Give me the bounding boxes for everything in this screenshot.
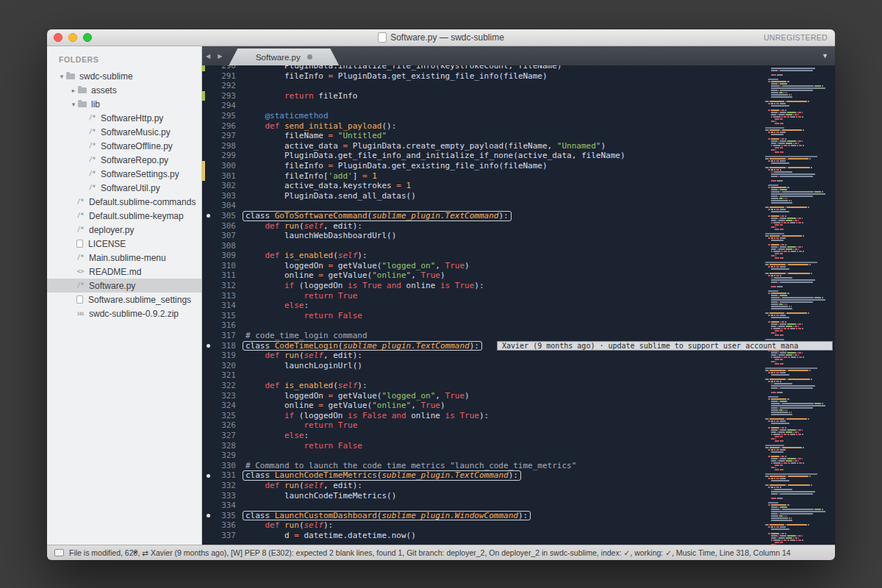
code-line-309[interactable]: 309 def is_enabled(self): <box>202 251 762 261</box>
code-line-308[interactable]: 308 <box>202 241 762 251</box>
sidebar-item-software-py[interactable]: /*Software.py <box>47 279 201 293</box>
code-line-334[interactable]: 334 <box>202 501 762 511</box>
code-line-317[interactable]: 317# code_time_login command <box>202 331 762 341</box>
tab-modified-dot[interactable] <box>307 54 312 60</box>
code-line-293[interactable]: 293 return fileInfo <box>202 91 762 101</box>
close-button[interactable] <box>54 33 62 42</box>
tab-software-py[interactable]: Software.py <box>229 49 339 65</box>
gutter-dot <box>205 291 212 301</box>
gutter-dot <box>205 270 212 281</box>
line-number: 329 <box>212 451 236 461</box>
tab-forward-button[interactable]: ▶ <box>214 53 226 60</box>
code-line-291[interactable]: 291 fileInfo = PluginData.get_existing_f… <box>202 71 762 82</box>
sidebar-item-default-sublime-keymap[interactable]: /*Default.sublime-keymap <box>47 209 201 223</box>
code-text: return False <box>245 441 362 451</box>
sidebar-item-softwarehttp-py[interactable]: /*SoftwareHttp.py <box>47 111 201 125</box>
code-line-324[interactable]: 324 online = getValue("online", True) <box>202 401 762 411</box>
code-line-302[interactable]: 302 active_data.keystrokes = 1 <box>202 181 762 191</box>
code-line-295[interactable]: 295 @staticmethod <box>202 111 762 121</box>
code-line-306[interactable]: 306 def run(self, edit): <box>202 221 762 232</box>
code-line-292[interactable]: 292 <box>202 81 762 91</box>
minimize-button[interactable] <box>68 33 77 42</box>
code-text: return True <box>245 420 357 431</box>
code-line-299[interactable]: 299 PluginData.get_file_info_and_initial… <box>202 151 762 161</box>
code-line-329[interactable]: 329 <box>202 451 762 461</box>
code-line-331[interactable]: 331class LaunchCodeTimeMetrics(sublime_p… <box>202 470 762 481</box>
code-line-333[interactable]: 333 launchCodeTimeMetrics() <box>202 491 762 501</box>
sidebar-item-swdc-sublime[interactable]: ▾swdc-sublime <box>47 69 201 83</box>
sidebar-item-softwareutil-py[interactable]: /*SoftwareUtil.py <box>47 181 201 195</box>
sidebar-item-softwaresettings-py[interactable]: /*SoftwareSettings.py <box>47 167 201 181</box>
sidebar-item-license[interactable]: LICENSE <box>47 237 201 251</box>
code-line-296[interactable]: 296 def send_initial_payload(): <box>202 121 762 132</box>
code-line-290[interactable]: 290 PluginData.initialize_file_info(keys… <box>202 65 762 71</box>
tab-overflow-button[interactable]: ▼ <box>822 46 828 65</box>
code-line-304[interactable]: 304 <box>202 201 762 211</box>
code-text: loggedOn = getValue("logged_on", True) <box>245 391 470 401</box>
code-line-301[interactable]: 301 fileInfo['add'] = 1 <box>202 171 762 182</box>
code-line-312[interactable]: 312 if (loggedOn is True and online is T… <box>202 281 762 291</box>
code-line-330[interactable]: 330# Command to launch the code time met… <box>202 461 762 471</box>
code-line-336[interactable]: 336 def run(self): <box>202 520 762 531</box>
sidebar-item-assets[interactable]: ▸assets <box>47 83 201 97</box>
sidebar-item-softwarerepo-py[interactable]: /*SoftwareRepo.py <box>47 153 201 167</box>
code-line-335[interactable]: 335class LaunchCustomDashboard(sublime_p… <box>202 511 762 521</box>
code-line-305[interactable]: 305class GoToSoftwareCommand(sublime_plu… <box>202 211 762 221</box>
tab-back-button[interactable]: ◀ <box>202 53 214 60</box>
chevron-down-icon[interactable]: ▾ <box>57 73 66 80</box>
line-number: 300 <box>212 161 236 171</box>
code-file-icon: /* <box>75 282 86 289</box>
code-line-314[interactable]: 314 else: <box>202 301 762 311</box>
code-line-315[interactable]: 315 return False <box>202 311 762 321</box>
sidebar-item-softwareoffline-py[interactable]: /*SoftwareOffline.py <box>47 139 201 153</box>
chevron-down-icon[interactable]: ▾ <box>69 101 78 108</box>
code-line-300[interactable]: 300 fileInfo = PluginData.get_existing_f… <box>202 161 762 171</box>
sidebar-item-lib[interactable]: ▾lib <box>47 97 201 111</box>
code-line-327[interactable]: 327 else: <box>202 431 762 441</box>
sidebar-item-label: SoftwareMusic.py <box>101 127 171 137</box>
code-line-297[interactable]: 297 fileName = "Untitled" <box>202 131 762 141</box>
code-line-294[interactable]: 294 <box>202 101 762 111</box>
line-number: 314 <box>212 301 236 311</box>
sidebar-item-deployer-py[interactable]: /*deployer.py <box>47 223 201 237</box>
sidebar-item-default-sublime-commands[interactable]: /*Default.sublime-commands <box>47 195 201 209</box>
code-line-316[interactable]: 316 <box>202 320 762 331</box>
code-line-319[interactable]: 319 def run(self, edit): <box>202 351 762 361</box>
sidebar-item-readme-md[interactable]: <>README.md <box>47 265 201 279</box>
sidebar-item-softwaremusic-py[interactable]: /*SoftwareMusic.py <box>47 125 201 139</box>
sidebar-item-software-sublime-settings[interactable]: Software.sublime_settings <box>47 293 201 306</box>
zoom-button[interactable] <box>83 33 92 42</box>
code-line-311[interactable]: 311 online = getValue("online", True) <box>202 270 762 281</box>
code-file-icon: /* <box>87 115 98 121</box>
sidebar-item-swdc-sublime-0-9-2-zip[interactable]: 101swdc-sublime-0.9.2.zip <box>47 306 201 320</box>
code-line-321[interactable]: 321 <box>202 370 762 381</box>
gutter-dot <box>205 91 212 101</box>
code-line-326[interactable]: 326 return True <box>202 420 762 431</box>
code-line-337[interactable]: 337 d = datetime.datetime.now() <box>202 531 762 541</box>
code-line-322[interactable]: 322 def is_enabled(self): <box>202 381 762 391</box>
line-number: 322 <box>212 381 236 391</box>
code-text: active_data = PluginData.create_empty_pa… <box>245 141 606 151</box>
code-line-313[interactable]: 313 return True <box>202 291 762 301</box>
code-line-328[interactable]: 328 return False <box>202 441 762 451</box>
code-line-307[interactable]: 307 launchWebDashboardUrl() <box>202 231 762 241</box>
title-bar[interactable]: Software.py — swdc-sublime UNREGISTERED <box>47 29 835 46</box>
sidebar-item-main-sublime-menu[interactable]: /*Main.sublime-menu <box>47 251 201 265</box>
document-proxy-icon[interactable] <box>378 32 387 43</box>
chevron-right-icon[interactable]: ▸ <box>69 87 78 94</box>
code-line-323[interactable]: 323 loggedOn = getValue("logged_on", Tru… <box>202 391 762 401</box>
document-file-icon <box>76 240 83 248</box>
code-file-icon: /* <box>75 254 86 261</box>
code-line-332[interactable]: 332 def run(self, edit): <box>202 481 762 491</box>
code-line-325[interactable]: 325 if (loggedOn is False and online is … <box>202 411 762 421</box>
line-number: 310 <box>212 261 236 271</box>
code-view[interactable]: 290 PluginData.initialize_file_info(keys… <box>202 65 762 545</box>
code-line-298[interactable]: 298 active_data = PluginData.create_empt… <box>202 141 762 151</box>
minimap[interactable] <box>762 65 835 545</box>
code-line-303[interactable]: 303 PluginData.send_all_datas() <box>202 191 762 201</box>
code-text: # Command to launch the code time metric… <box>245 461 576 471</box>
code-line-310[interactable]: 310 loggedOn = getValue("logged_on", Tru… <box>202 261 762 271</box>
code-line-320[interactable]: 320 launchLoginUrl() <box>202 361 762 371</box>
sidebar-item-label: deployer.py <box>89 225 134 235</box>
sidebar-item-label: SoftwareSettings.py <box>101 169 179 179</box>
